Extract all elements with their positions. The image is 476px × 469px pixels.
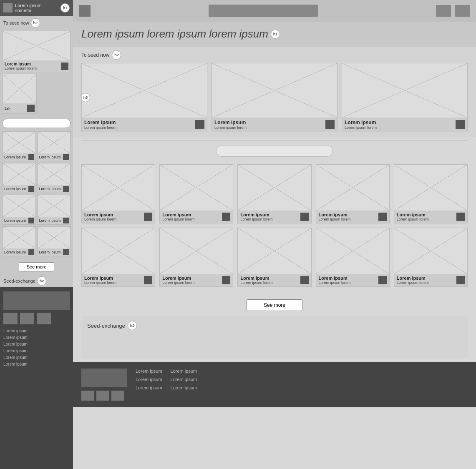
footer-link-1-1[interactable]: Lorem ipsum	[136, 369, 162, 374]
sidebar-grid-title-6: Lorem ipsum	[39, 218, 61, 223]
sidebar-card-1[interactable]: Lorem ipsum Lorem ipsum lorem	[3, 31, 71, 72]
footer-links-col-2: Lorem ipsum Lorem ipsum Lorem ipsum	[171, 369, 197, 401]
seed-now-card-1-sub: Lorem ipsum lorem	[84, 125, 116, 130]
main-card-1-1-img	[82, 165, 155, 211]
sidebar-grid-info-3: Lorem ipsum	[3, 185, 35, 193]
footer-link-2-3[interactable]: Lorem ipsum	[171, 385, 197, 390]
sidebar-bottom-link-3[interactable]: Lorem ipsum	[3, 342, 70, 346]
sidebar-grid-info-2: Lorem ipsum	[38, 153, 71, 161]
sidebar-bottom-link-6[interactable]: Lorem ipsum	[3, 362, 70, 366]
sidebar-grid-img-1	[3, 132, 35, 153]
main-card-1-5[interactable]: Lorem ipsum Lorem ipsum lorem	[394, 164, 468, 223]
seed-now-h2-badge: h2	[112, 50, 121, 60]
seed-exchange-h2-badge: h2	[128, 321, 137, 330]
footer-social-icon-3[interactable]	[111, 391, 124, 401]
sidebar-grid-card-5[interactable]: Lorem ipsum	[3, 195, 36, 225]
main-card-2-1[interactable]: Lorem ipsum Lorem ipsum lorem	[81, 228, 155, 287]
main-card-1-5-img	[394, 165, 467, 211]
main-card-1-2-title: Lorem ipsum	[162, 212, 194, 217]
footer-logo	[81, 369, 127, 387]
footer-link-1-2[interactable]: Lorem ipsum	[136, 377, 162, 382]
sidebar-card-1-sub: Lorem ipsum lorem	[5, 66, 37, 70]
sidebar-bottom-link-5[interactable]: Lorem ipsum	[3, 355, 70, 360]
sidebar-grid-card-7[interactable]: Lorem ipsum	[3, 226, 36, 256]
seed-now-card-3[interactable]: Lorem ipsum Lorem ipsum lorem	[342, 63, 468, 132]
seed-now-card-1-img	[82, 63, 207, 118]
nav-button-2[interactable]	[455, 5, 470, 17]
main-card-1-4[interactable]: Lorem ipsum Lorem ipsum lorem	[316, 164, 390, 223]
footer-link-1-3[interactable]: Lorem ipsum	[136, 385, 162, 390]
sidebar-grid-icon-4	[63, 186, 69, 192]
seed-now-label: To seed now	[81, 52, 109, 58]
main-card-1-5-title: Lorem ipsum	[397, 212, 429, 217]
main-card-1-5-icon	[456, 213, 465, 221]
footer-social-icon-1[interactable]	[81, 391, 94, 401]
main-card-1-5-info: Lorem ipsum Lorem ipsum lorem	[394, 211, 467, 223]
sidebar-grid-title-1: Lorem ipsum	[4, 155, 26, 159]
main-card-1-1-sub: Lorem ipsum lorem	[84, 217, 116, 221]
sidebar-grid-card-6[interactable]: Lorem ipsum	[38, 195, 71, 225]
sidebar-grid-card-3[interactable]: Lorem ipsum	[3, 163, 36, 193]
main-card-1-3[interactable]: Lorem ipsum Lorem ipsum lorem	[237, 164, 311, 223]
footer-link-2-1[interactable]: Lorem ipsum	[171, 369, 197, 374]
sidebar-bottom-link-2[interactable]: Lorem ipsum	[3, 335, 70, 340]
nav-search-bar[interactable]	[209, 5, 318, 17]
nav-button-1[interactable]	[436, 5, 451, 17]
sidebar-bottom-icon-3	[37, 313, 51, 324]
sidebar-card-2[interactable]: Lo	[3, 74, 37, 114]
main-card-2-3-title: Lorem ipsum	[240, 276, 272, 281]
seed-now-section: To seed now h2 h3 Lorem ipsum Lorem ipsu…	[73, 47, 476, 137]
sidebar-search[interactable]	[3, 119, 71, 128]
sidebar-bottom-icon-1	[3, 313, 18, 324]
seed-now-card-2-info: Lorem ipsum Lorem ipsum lorem	[212, 118, 337, 132]
seed-now-card-3-sub: Lorem ipsum lorem	[345, 125, 377, 130]
sidebar-seed-exchange-title: Seed-exchange h2	[0, 274, 73, 287]
main-card-2-2-sub: Lorem ipsum lorem	[162, 281, 194, 285]
main-card-2-5[interactable]: Lorem ipsum Lorem ipsum lorem	[394, 228, 468, 287]
sidebar-see-more-button[interactable]: See more	[19, 262, 55, 271]
sidebar-grid-row-4: Lorem ipsum Lorem ipsum	[3, 226, 71, 256]
sidebar-card-2-icon	[27, 105, 35, 112]
filter-pill[interactable]	[216, 145, 333, 157]
sidebar-grid-icon-8	[63, 249, 69, 255]
main-card-1-1[interactable]: Lorem ipsum Lorem ipsum lorem	[81, 164, 155, 223]
sidebar-featured-cards: Lorem ipsum Lorem ipsum lorem Lo	[0, 29, 73, 117]
seed-now-card-3-img	[342, 63, 467, 118]
main-card-2-2-img	[160, 228, 233, 274]
seed-now-card-2[interactable]: Lorem ipsum Lorem ipsum lorem	[212, 63, 337, 132]
sidebar-header-title: Lorem ipsum somethi	[15, 3, 58, 13]
sidebar-grid-card-4[interactable]: Lorem ipsum	[38, 163, 71, 193]
main-card-2-3[interactable]: Lorem ipsum Lorem ipsum lorem	[237, 228, 311, 287]
main-grid-row-1: Lorem ipsum Lorem ipsum lorem Lorem ipsu…	[81, 164, 468, 223]
footer-link-2-2[interactable]: Lorem ipsum	[171, 377, 197, 382]
footer-links-col-1: Lorem ipsum Lorem ipsum Lorem ipsum	[136, 369, 162, 401]
sidebar-grid-img-8	[38, 227, 71, 248]
sidebar-grid-icon-5	[28, 218, 34, 223]
main-card-2-4[interactable]: Lorem ipsum Lorem ipsum lorem	[316, 228, 390, 287]
sidebar-grid-title-2: Lorem ipsum	[39, 155, 61, 159]
sidebar-card-1-img	[3, 31, 70, 60]
main-see-more-button[interactable]: See more	[247, 299, 302, 311]
footer-icon-row	[81, 391, 127, 401]
main-card-1-3-sub: Lorem ipsum lorem	[240, 217, 272, 221]
sidebar-to-seed-label: To seed now	[3, 20, 29, 25]
main-card-2-4-info: Lorem ipsum Lorem ipsum lorem	[316, 274, 389, 286]
sidebar-grid-card-1[interactable]: Lorem ipsum	[3, 131, 36, 161]
sidebar-grid-icon-3	[28, 186, 34, 192]
sidebar-grid-card-8[interactable]: Lorem ipsum	[38, 226, 71, 256]
main-card-2-2-info: Lorem ipsum Lorem ipsum lorem	[160, 274, 233, 286]
seed-now-card-2-icon	[325, 120, 335, 129]
seed-now-card-1[interactable]: h3 Lorem ipsum Lorem ipsum lorem	[81, 63, 207, 132]
sidebar-seed-exchange-badge: h2	[37, 276, 46, 286]
main-card-2-2[interactable]: Lorem ipsum Lorem ipsum lorem	[159, 228, 233, 287]
sidebar-bottom-link-4[interactable]: Lorem ipsum	[3, 349, 70, 353]
sidebar-grid-card-2[interactable]: Lorem ipsum	[38, 131, 71, 161]
main-card-2-4-sub: Lorem ipsum lorem	[319, 281, 351, 285]
main-card-1-2[interactable]: Lorem ipsum Lorem ipsum lorem	[159, 164, 233, 223]
card-h3-badge: h3	[81, 93, 90, 102]
sidebar-bottom-link-1[interactable]: Lorem ipsum	[3, 329, 70, 333]
hero-section: Lorem ipsum lorem ipsum lorem ipsum h1	[73, 22, 476, 47]
sidebar-grid-row-3: Lorem ipsum Lorem ipsum	[3, 195, 71, 225]
seed-exchange-header: Seed-exchange h2	[87, 321, 462, 330]
footer-social-icon-2[interactable]	[96, 391, 109, 401]
